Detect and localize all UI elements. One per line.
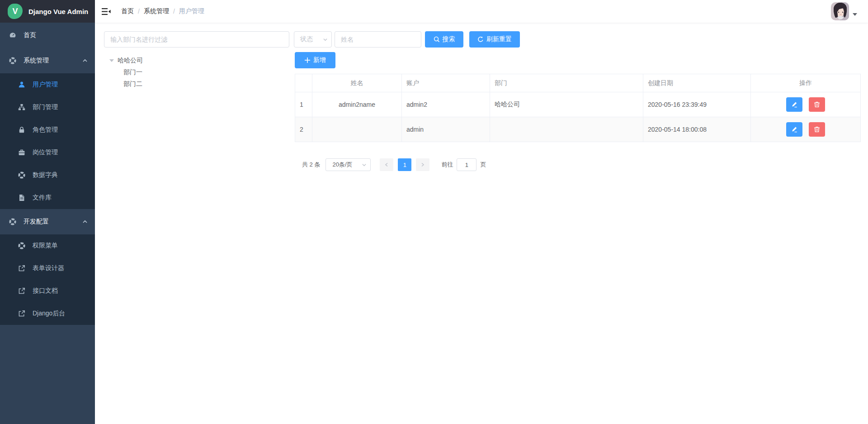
cell-name — [312, 117, 402, 142]
prev-page-button[interactable] — [380, 158, 393, 171]
dict-icon — [18, 172, 25, 179]
sidebar-item-dept-mgmt[interactable]: 部门管理 — [0, 96, 95, 119]
col-header-name: 姓名 — [312, 74, 402, 92]
cell-index: 1 — [295, 92, 312, 117]
add-button-label: 新增 — [313, 56, 326, 64]
sidebar-item-post-mgmt[interactable]: 岗位管理 — [0, 141, 95, 164]
refresh-icon — [477, 36, 484, 43]
cell-operations — [751, 92, 861, 117]
sidebar-collapse-button[interactable] — [95, 0, 118, 23]
org-tree-icon — [18, 104, 25, 111]
delete-button[interactable] — [809, 97, 825, 112]
sidebar-item-django-admin[interactable]: Django后台 — [0, 302, 95, 325]
tree-node-label: 部门二 — [123, 80, 142, 88]
refresh-button-label: 刷新重置 — [486, 35, 512, 43]
briefcase-icon — [18, 149, 25, 156]
external-link-icon — [18, 265, 25, 272]
sidebar-item-user-mgmt[interactable]: 用户管理 — [0, 73, 95, 96]
status-select[interactable]: 状态 — [294, 31, 332, 48]
sidebar-group-system[interactable]: 系统管理 — [0, 48, 95, 73]
breadcrumb-system-mgmt[interactable]: 系统管理 — [144, 7, 169, 15]
file-icon — [18, 194, 25, 201]
body-row: 哈哈公司 部门一 部门二 新增 — [104, 52, 859, 171]
table-row: 2 admin 2020-05-14 18:00:08 — [295, 117, 861, 142]
breadcrumb-current: 用户管理 — [179, 7, 204, 15]
search-icon — [434, 36, 440, 43]
search-button-label: 搜索 — [443, 35, 455, 43]
add-user-button[interactable]: 新增 — [295, 52, 335, 68]
breadcrumb-home[interactable]: 首页 — [121, 7, 134, 15]
search-button[interactable]: 搜索 — [425, 31, 463, 48]
dept-filter-field — [104, 31, 289, 48]
goto-page: 前往 页 — [441, 158, 486, 171]
dept-filter-input[interactable] — [104, 32, 289, 47]
sidebar-item-form-designer[interactable]: 表单设计器 — [0, 257, 95, 280]
breadcrumb-separator: / — [173, 8, 175, 15]
external-link-icon — [18, 310, 25, 317]
page-number-button[interactable]: 1 — [398, 158, 411, 171]
sidebar-item-label: 文件库 — [33, 194, 52, 202]
col-header-dept: 部门 — [490, 74, 643, 92]
edit-button[interactable] — [786, 122, 802, 137]
name-filter-field — [335, 31, 421, 48]
sidebar-group-dev-config[interactable]: 开发配置 — [0, 209, 95, 234]
sidebar-item-label: Django后台 — [33, 310, 65, 318]
breadcrumb-separator: / — [138, 8, 140, 15]
chevron-left-icon — [384, 162, 389, 167]
sidebar-item-data-dict[interactable]: 数据字典 — [0, 164, 95, 186]
tree-node-child[interactable]: 部门二 — [104, 78, 289, 90]
next-page-button[interactable] — [416, 158, 429, 171]
sidebar-item-file-library[interactable]: 文件库 — [0, 186, 95, 209]
col-header-index — [295, 74, 312, 92]
sidebar-item-label: 角色管理 — [33, 126, 58, 134]
app-title: Django Vue Admin — [28, 8, 88, 15]
external-link-icon — [18, 287, 25, 295]
chevron-up-icon — [82, 58, 88, 63]
cell-created: 2020-05-16 23:39:49 — [643, 92, 751, 117]
sidebar-item-label: 表单设计器 — [33, 264, 64, 272]
col-header-ops: 操作 — [751, 74, 861, 92]
goto-page-input[interactable] — [457, 158, 476, 171]
cell-dept: 哈哈公司 — [490, 92, 643, 117]
delete-button[interactable] — [809, 122, 825, 137]
topbar-right — [831, 2, 857, 20]
sidebar-item-home[interactable]: 首页 — [0, 23, 95, 48]
cell-account: admin2 — [402, 92, 490, 117]
sidebar-item-permission-menu[interactable]: 权限菜单 — [0, 234, 95, 257]
tree-node-root[interactable]: 哈哈公司 — [104, 55, 289, 67]
edit-icon — [791, 101, 797, 108]
chevron-down-icon — [362, 162, 367, 167]
pagination-total: 共 2 条 — [302, 161, 320, 169]
sidebar-item-api-docs[interactable]: 接口文档 — [0, 280, 95, 302]
department-tree: 哈哈公司 部门一 部门二 — [104, 52, 289, 171]
sidebar-item-label: 数据字典 — [33, 171, 58, 179]
cell-operations — [751, 117, 861, 142]
goto-label: 前往 — [441, 161, 453, 169]
page-unit-label: 页 — [480, 161, 486, 169]
tree-node-child[interactable]: 部门一 — [104, 67, 289, 78]
table-header-row: 姓名 账户 部门 创建日期 操作 — [295, 74, 861, 92]
cell-name: admin2name — [312, 92, 402, 117]
sidebar-group-label: 开发配置 — [24, 218, 49, 226]
app-logo[interactable]: V Django Vue Admin — [0, 0, 95, 23]
dashboard-icon — [9, 32, 16, 39]
chevron-up-icon — [82, 219, 88, 224]
table-row: 1 admin2name admin2 哈哈公司 2020-05-16 23:3… — [295, 92, 861, 117]
vue-logo-icon: V — [8, 4, 23, 19]
page-size-select[interactable]: 20条/页 — [326, 158, 371, 171]
caret-down-icon[interactable] — [853, 13, 857, 16]
edit-button[interactable] — [786, 97, 802, 112]
sidebar-item-label: 权限菜单 — [33, 242, 58, 250]
refresh-reset-button[interactable]: 刷新重置 — [469, 31, 520, 48]
user-table: 姓名 账户 部门 创建日期 操作 1 admin2name admin2 哈哈公… — [295, 74, 861, 142]
edit-icon — [791, 126, 797, 133]
sidebar-item-role-mgmt[interactable]: 角色管理 — [0, 119, 95, 141]
plus-icon — [304, 57, 311, 63]
pagination: 共 2 条 20条/页 1 — [295, 158, 859, 171]
caret-down-icon[interactable] — [109, 59, 114, 62]
user-avatar[interactable] — [831, 2, 849, 20]
breadcrumb: 首页 / 系统管理 / 用户管理 — [121, 7, 204, 15]
trash-icon — [814, 101, 820, 108]
trash-icon — [814, 126, 820, 133]
name-filter-input[interactable] — [335, 32, 421, 47]
